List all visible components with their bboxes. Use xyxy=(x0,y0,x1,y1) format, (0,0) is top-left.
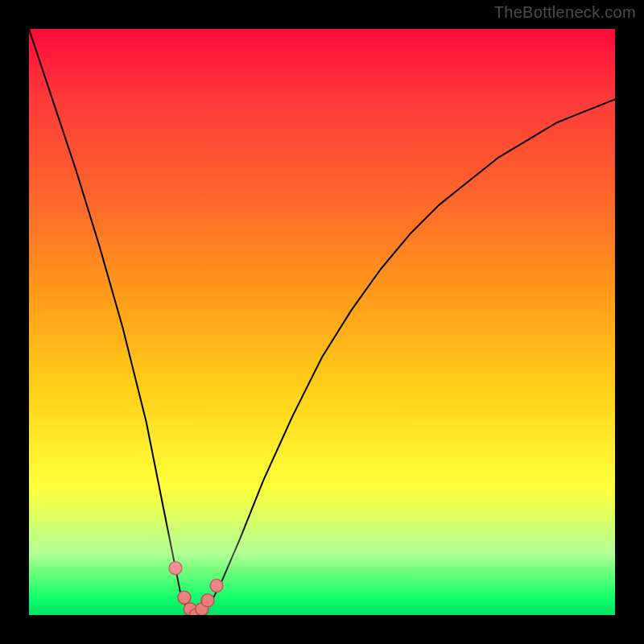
data-marker xyxy=(210,580,223,592)
data-marker xyxy=(190,609,203,615)
plot-area xyxy=(29,29,615,615)
watermark-text: TheBottleneck.com xyxy=(494,3,636,22)
data-marker xyxy=(178,591,191,604)
data-marker xyxy=(184,603,196,615)
bottleneck-curve xyxy=(29,29,615,615)
chart-frame: TheBottleneck.com xyxy=(0,0,644,644)
data-marker xyxy=(169,562,182,575)
data-marker xyxy=(196,603,208,615)
data-marker xyxy=(201,594,214,607)
